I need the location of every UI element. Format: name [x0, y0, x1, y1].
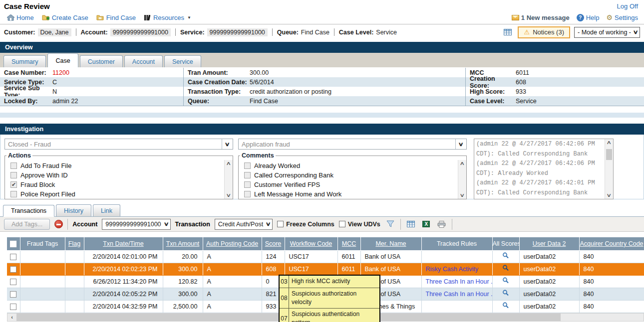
excel-export-icon[interactable]: X: [421, 219, 432, 229]
row-checkbox[interactable]: [10, 304, 16, 310]
row-checkbox[interactable]: [10, 291, 16, 298]
case-status-select[interactable]: Closed - Fraud ∨: [4, 139, 233, 150]
cell-acquirer: 840: [579, 288, 644, 300]
action-approve-with-id[interactable]: Approve With ID: [10, 170, 224, 180]
row-checkbox[interactable]: [10, 279, 16, 285]
cell-flag: [65, 288, 84, 300]
notices-button[interactable]: ⚠ Notices (3): [518, 26, 570, 38]
comments-scrollbar[interactable]: ∧ ∨: [458, 160, 466, 199]
col-auth-posting-code[interactable]: Auth Posting Code: [203, 237, 262, 250]
nav-find-case[interactable]: Find Case: [96, 14, 136, 21]
scroll-up-icon[interactable]: ∧: [459, 161, 465, 166]
col-flag[interactable]: Flag: [65, 237, 84, 250]
nav-home[interactable]: Home: [7, 14, 34, 21]
checkbox[interactable]: [244, 181, 251, 188]
checkbox[interactable]: [244, 172, 251, 178]
col-all-scores[interactable]: All Scores: [492, 237, 519, 250]
scroll-thumb[interactable]: [606, 149, 612, 160]
comment-called-corresponding-bank[interactable]: Called Corresponding Bank: [244, 170, 458, 180]
tab-summary[interactable]: Summary: [3, 55, 46, 67]
col-score[interactable]: Score: [262, 237, 285, 250]
comment-already-worked[interactable]: Already Worked: [244, 161, 458, 170]
scroll-down-icon[interactable]: ∨: [606, 193, 612, 198]
tab-history[interactable]: History: [56, 204, 91, 216]
tab-account[interactable]: Account: [124, 55, 163, 67]
action-add-to-fraud-file[interactable]: Add To Fraud File: [10, 161, 224, 170]
comment-customer-verified-fps[interactable]: Customer Verified FPS: [244, 180, 458, 189]
scroll-up-icon[interactable]: ∧: [606, 140, 612, 145]
filter-icon[interactable]: [385, 219, 396, 229]
tracked-rules-link[interactable]: Three Cash In an Hour ...: [426, 291, 493, 298]
cell-workflow: USC17: [285, 250, 337, 263]
col-acquirer-country-code[interactable]: Acquirer Country Code: [579, 237, 644, 250]
nav-resources[interactable]: Resources ▼: [144, 14, 191, 21]
cell-txn-datetime: 2/20/2014 02:02:23 PM: [84, 263, 163, 275]
checkbox[interactable]: [10, 162, 17, 169]
tab-link[interactable]: Link: [93, 204, 120, 216]
tab-case[interactable]: Case: [47, 53, 78, 67]
select-all-checkbox[interactable]: [10, 241, 16, 247]
magnifier-icon[interactable]: [502, 252, 509, 259]
block-icon[interactable]: [54, 220, 63, 228]
tracked-rules-link[interactable]: Three Cash In an Hour ...: [426, 278, 493, 285]
nav-settings[interactable]: ⚙ Settings: [606, 14, 638, 21]
col-mcc[interactable]: MCC: [337, 237, 360, 250]
scroll-down-icon[interactable]: ∨: [459, 193, 465, 198]
mode-of-working-select[interactable]: - Mode of working - ∨: [574, 27, 640, 38]
nav-help[interactable]: ? Help: [577, 14, 600, 21]
row-checkbox[interactable]: [10, 254, 16, 260]
view-udvs-checkbox[interactable]: View UDVs: [339, 221, 380, 228]
scroll-up-icon[interactable]: ∧: [226, 161, 231, 166]
col-workflow-code[interactable]: Workflow Code: [285, 237, 337, 250]
magnifier-icon[interactable]: [502, 277, 509, 284]
field-label: High Score:: [470, 88, 516, 95]
resources-icon: [144, 14, 151, 20]
nav-create-case[interactable]: ✱ Create Case: [42, 14, 88, 21]
transaction-select[interactable]: Credit Auth/Post ∨: [215, 219, 273, 230]
checkbox[interactable]: [10, 191, 17, 197]
account-select[interactable]: 9999999999991000 ∨: [102, 219, 170, 230]
row-checkbox[interactable]: [10, 266, 16, 273]
actions-scrollbar[interactable]: ∧ ∨: [224, 160, 233, 199]
grid-view-icon[interactable]: [502, 27, 514, 37]
col-txn-amount[interactable]: Txn Amount: [163, 237, 203, 250]
action-police-report-filed[interactable]: Police Report Filed: [10, 189, 224, 199]
new-message-link[interactable]: 1 New message: [512, 14, 570, 21]
divider: [272, 28, 273, 36]
magnifier-icon[interactable]: [502, 265, 509, 272]
add-tags-button[interactable]: Add Tags...: [4, 219, 50, 230]
notes-scrollbar[interactable]: ∧ ∨: [605, 139, 613, 199]
col-mer-name[interactable]: Mer. Name: [360, 237, 421, 250]
magnifier-icon[interactable]: [502, 290, 509, 297]
checkbox[interactable]: [10, 172, 17, 178]
freeze-columns-checkbox[interactable]: Freeze Columns: [277, 221, 334, 228]
checkbox-checked[interactable]: ✔: [10, 181, 17, 188]
action-fraud-block[interactable]: ✔Fraud Block: [10, 180, 224, 189]
investigation-body: Closed - Fraud ∨ Actions Add To Fraud Fi…: [0, 135, 644, 199]
cell-user-data-2: userData02: [519, 288, 579, 300]
checkbox[interactable]: [339, 221, 345, 227]
scroll-left-icon[interactable]: ‹: [7, 314, 16, 321]
col-user-data-2[interactable]: User Data 2: [519, 237, 579, 250]
col-txn-datetime[interactable]: Txn Date/Time: [84, 237, 163, 250]
fraud-type-select[interactable]: Application fraud ∨: [238, 139, 467, 150]
scroll-down-icon[interactable]: ∨: [226, 193, 231, 198]
col-fraud-tags[interactable]: Fraud Tags: [20, 237, 65, 250]
select-all-header[interactable]: [7, 237, 20, 250]
case-notes[interactable]: (admin 22 @ 4/27/2017 06:42:06 PM CDT): …: [474, 139, 614, 199]
checkbox[interactable]: [244, 162, 251, 169]
tab-transactions[interactable]: Transactions: [3, 205, 54, 217]
comment-left-message-home-and-work[interactable]: Left Message Home and Work: [244, 189, 458, 199]
tracked-rules-link[interactable]: Risky Cash Activity: [426, 266, 479, 273]
grid-view-icon[interactable]: [405, 219, 416, 229]
tab-customer[interactable]: Customer: [80, 55, 123, 67]
field-label: Queue:: [188, 98, 250, 105]
tab-service[interactable]: Service: [164, 55, 201, 67]
magnifier-icon[interactable]: [502, 302, 509, 309]
checkbox[interactable]: [244, 191, 251, 197]
log-off-link[interactable]: Log Off: [617, 2, 638, 10]
checkbox[interactable]: [277, 221, 284, 227]
print-icon[interactable]: [436, 219, 447, 229]
col-tracked-rules[interactable]: Tracked Rules: [421, 237, 492, 250]
context-case-level: Case Level: Service: [339, 29, 397, 36]
